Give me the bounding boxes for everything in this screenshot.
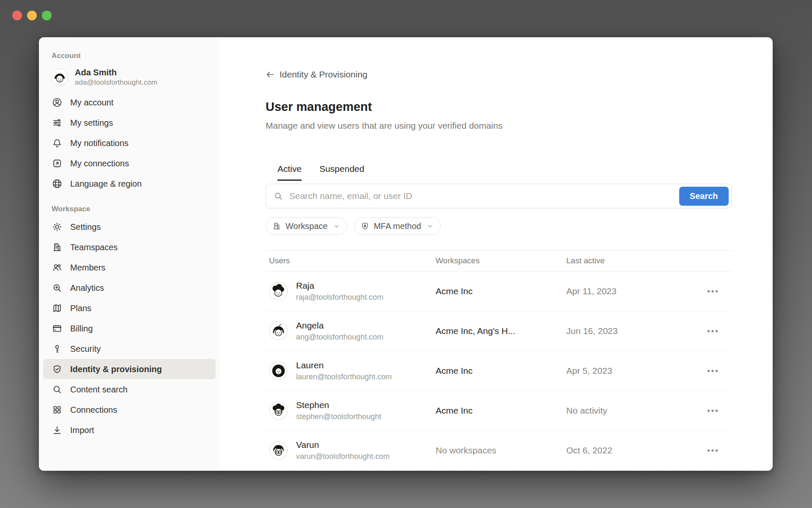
back-arrow-icon (266, 70, 275, 79)
people-icon (52, 262, 63, 273)
sidebar-item-label: Settings (70, 221, 101, 232)
sidebar-item-import[interactable]: Import (43, 420, 216, 440)
back-link-label: Identity & Provisioning (280, 69, 368, 80)
sidebar-item-label: My settings (70, 117, 113, 128)
sidebar-item-label: Identity & provisioning (70, 364, 162, 375)
workspaces-cell: Acme Inc (436, 406, 566, 416)
back-link[interactable]: Identity & Provisioning (266, 69, 732, 80)
external-link-icon (52, 158, 63, 169)
page-subtitle: Manage and view users that are using you… (266, 120, 732, 132)
search-icon (273, 191, 283, 201)
sidebar-item-language-region[interactable]: Language & region (43, 174, 216, 194)
sidebar-item-my-settings[interactable]: My settings (43, 113, 216, 133)
zoom-button[interactable] (42, 11, 52, 20)
shield-lock-icon (360, 221, 370, 231)
key-icon (52, 343, 63, 354)
sidebar-item-my-account[interactable]: My account (43, 92, 216, 113)
last-active-cell: Oct 6, 2022 (566, 445, 707, 456)
gear-icon (52, 221, 63, 232)
sidebar-item-label: Plans (70, 303, 91, 314)
tab-bar: ActiveSuspended (266, 164, 732, 181)
filter-chip-label: Workspace (285, 221, 328, 231)
filter-row: WorkspaceMFA method (266, 217, 732, 235)
sidebar-item-label: Teamspaces (70, 242, 118, 253)
user-cell: Laurenlauren@toolsforthought.com (269, 359, 436, 382)
filter-chip-mfa-method[interactable]: MFA method (354, 217, 441, 235)
table-row-varun: Varunvarun@toolsforthought.comNo workspa… (266, 431, 732, 470)
row-menu-ellipsis-icon[interactable]: ••• (707, 327, 729, 335)
row-menu-ellipsis-icon[interactable]: ••• (707, 367, 729, 375)
filter-chip-workspace[interactable]: Workspace (266, 217, 347, 235)
sidebar-item-analytics[interactable]: Analytics (43, 278, 216, 298)
row-menu-ellipsis-icon[interactable]: ••• (707, 406, 729, 415)
sidebar-item-teamspaces[interactable]: Teamspaces (43, 237, 216, 257)
sidebar-item-content-search[interactable]: Content search (43, 379, 216, 400)
download-icon (52, 425, 63, 436)
user-name: Raja (296, 280, 383, 291)
last-active-cell: Apr 11, 2023 (566, 286, 707, 296)
sidebar-item-my-notifications[interactable]: My notifications (43, 133, 216, 153)
user-name: Angela (296, 320, 383, 331)
building-icon (272, 221, 281, 231)
sidebar-item-members[interactable]: Members (43, 257, 216, 278)
user-cell: Varunvarun@toolsforthought.com (269, 439, 436, 461)
person-circle-icon (52, 97, 63, 108)
user-cell: Rajaraja@toolsforthought.com (269, 280, 436, 302)
building-icon (52, 242, 63, 253)
last-active-cell: Apr 5, 2023 (566, 366, 707, 376)
avatar (269, 401, 288, 420)
sidebar-item-label: Analytics (70, 282, 104, 293)
row-menu-ellipsis-icon[interactable]: ••• (707, 287, 729, 295)
table-row-stephen: Stephenstephen@toolsforthoughtAcme IncNo… (266, 391, 732, 431)
sidebar-item-plans[interactable]: Plans (43, 298, 216, 318)
user-email: lauren@toolsforthought.com (296, 372, 392, 382)
tab-suspended[interactable]: Suspended (319, 164, 364, 181)
column-header-users: Users (269, 256, 436, 265)
table-header-row: UsersWorkspacesLast active (266, 250, 732, 271)
close-button[interactable] (12, 11, 22, 20)
table-row-angela: Angelaang@toolsforthought.comAcme Inc, A… (266, 311, 732, 351)
workspaces-cell: No workspaces (436, 445, 566, 456)
user-name: Stephen (296, 399, 381, 411)
avatar (269, 282, 288, 301)
magnifier-icon (52, 384, 63, 395)
user-name: Varun (296, 439, 390, 450)
account-section-label: Account (39, 52, 220, 60)
sidebar-item-label: Security (70, 343, 101, 354)
user-email: ang@toolsforthought.com (296, 332, 383, 342)
workspace-section-label: Workspace (39, 205, 220, 213)
workspaces-cell: Acme Inc (436, 366, 566, 376)
credit-card-icon (52, 323, 63, 334)
grid-icon (52, 404, 63, 415)
minimize-button[interactable] (27, 11, 37, 20)
sidebar-item-security[interactable]: Security (43, 339, 216, 359)
globe-icon (52, 178, 63, 189)
tab-active[interactable]: Active (277, 164, 302, 181)
sidebar-item-label: My account (70, 97, 113, 108)
bell-icon (52, 138, 63, 149)
search-button[interactable]: Search (679, 187, 729, 206)
search-input[interactable] (288, 190, 679, 202)
sidebar-item-identity-provisioning[interactable]: Identity & provisioning (43, 359, 216, 379)
table-row-lauren: Laurenlauren@toolsforthought.comAcme Inc… (266, 351, 732, 391)
sidebar-item-connections[interactable]: Connections (43, 400, 216, 420)
chevron-down-icon (333, 222, 340, 230)
user-email: varun@toolsforthought.com (296, 451, 390, 461)
sidebar-item-my-connections[interactable]: My connections (43, 153, 216, 174)
account-user[interactable]: Ada Smith ada@toolsforthought.com (39, 61, 220, 92)
window-controls (12, 11, 52, 20)
sidebar-item-label: Content search (70, 384, 128, 395)
sidebar-item-label: Import (70, 425, 94, 436)
sidebar-item-label: My connections (70, 158, 129, 169)
sidebar-item-label: My notifications (70, 138, 129, 149)
sidebar-item-billing[interactable]: Billing (43, 318, 216, 339)
sidebar-item-settings[interactable]: Settings (43, 217, 216, 237)
sidebar-item-label: Members (70, 262, 105, 273)
table-row-raja: Rajaraja@toolsforthought.comAcme IncApr … (266, 271, 732, 311)
row-menu-ellipsis-icon[interactable]: ••• (707, 446, 729, 455)
user-avatar (51, 68, 69, 86)
map-icon (52, 303, 63, 314)
workspaces-cell: Acme Inc (436, 286, 566, 296)
workspaces-cell: Acme Inc, Ang's H... (436, 326, 566, 336)
user-cell: Stephenstephen@toolsforthought (269, 399, 436, 422)
